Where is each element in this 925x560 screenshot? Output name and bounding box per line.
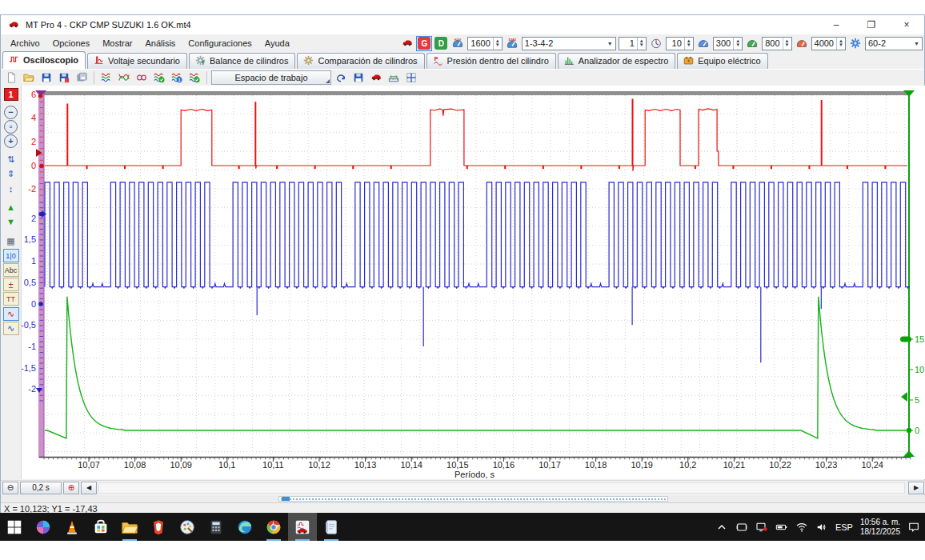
idle-rpm-gauge-icon[interactable] xyxy=(696,37,711,50)
new-file-button[interactable] xyxy=(3,70,19,85)
firing-order-dropdown[interactable]: 1-3-4-2▼ xyxy=(522,37,616,50)
main-area: 1−▫+⇅⇕↕▲▼▦1|0Abc±TT∿∿ 10,0710,0810,0910,… xyxy=(1,86,925,479)
tray-notification-icon[interactable] xyxy=(907,521,920,534)
menu-opciones[interactable]: Opciones xyxy=(46,36,96,50)
logic-view-button[interactable]: 1|0 xyxy=(3,249,19,262)
trigger-wheel-icon[interactable] xyxy=(848,37,863,50)
tab-presion-dentro-del-cilindro[interactable]: PPresión dentro del cilindro xyxy=(426,53,556,69)
toolbar-separator xyxy=(94,71,94,84)
scrollbar-thumb[interactable] xyxy=(282,497,290,501)
pan-left-button[interactable]: ◀ xyxy=(81,482,97,494)
cylinder-count-spinner[interactable]: 1▲▼ xyxy=(619,37,647,50)
taskbar-chrome-icon[interactable] xyxy=(259,513,288,541)
overlay-view-button[interactable]: ∿ xyxy=(3,322,19,335)
tray-wifi-icon[interactable] xyxy=(795,521,808,534)
time-marks-button[interactable]: TT xyxy=(3,292,19,306)
gasoline-mode-button[interactable]: G xyxy=(417,37,431,50)
tab-equipo-electrico[interactable]: ±Equipo eléctrico xyxy=(677,53,767,69)
mid-rpm-gauge-icon[interactable] xyxy=(745,37,759,50)
car-button[interactable] xyxy=(368,70,384,85)
time-scroll-track[interactable] xyxy=(98,482,905,494)
menu-archivo[interactable]: Archivo xyxy=(4,36,46,50)
taskbar-start-icon[interactable] xyxy=(0,513,29,541)
rpm-spinner[interactable]: 1600▲▼ xyxy=(467,37,502,50)
ruler-button[interactable] xyxy=(386,70,402,85)
workspace-button[interactable]: Espacio de trabajo xyxy=(211,70,331,85)
waves-ok-button-3[interactable] xyxy=(151,70,167,85)
taskbar-notepad-icon[interactable] xyxy=(317,513,346,541)
tab-comparacion-de-cilindros[interactable]: Comparación de cilindros xyxy=(297,53,424,69)
smoothing-icon[interactable] xyxy=(649,37,663,50)
fit-button[interactable] xyxy=(403,70,419,85)
taskbar-calculator-icon[interactable] xyxy=(202,513,230,541)
app-logo-car-icon xyxy=(6,18,21,32)
tray-tablet-mode-icon[interactable] xyxy=(735,521,748,534)
high-rpm-gauge-icon[interactable] xyxy=(795,37,809,50)
idle-rpm-spinner[interactable]: 300▲▼ xyxy=(713,37,743,50)
save-small-button[interactable] xyxy=(350,70,366,85)
taskbar-mt-pro-icon[interactable] xyxy=(288,513,317,541)
language-indicator[interactable]: ESP xyxy=(835,522,853,532)
loops-button-2[interactable] xyxy=(134,70,150,85)
tray-chevron-up-icon[interactable] xyxy=(715,521,728,534)
tab-osciloscopio[interactable]: Osciloscopio xyxy=(2,51,86,69)
labels-button[interactable]: Abc xyxy=(3,263,19,277)
scale-expand-button[interactable]: ⇕ xyxy=(3,167,19,181)
smoothing-spinner[interactable]: 10▲▼ xyxy=(666,37,694,50)
waves-one-button-4[interactable]: 1 xyxy=(169,70,185,85)
save-copy-button[interactable] xyxy=(74,70,90,85)
shift-down-button[interactable]: ▼ xyxy=(3,214,19,228)
time-zoom-out-button[interactable]: ⊖ xyxy=(2,482,18,494)
close-button[interactable]: × xyxy=(889,15,924,34)
rpm-gauge-icon[interactable]: RPM xyxy=(450,37,465,50)
tray-volume-icon[interactable] xyxy=(815,521,828,534)
overview-scrollbar[interactable] xyxy=(278,496,668,502)
pan-right-button[interactable]: ▶ xyxy=(908,482,924,494)
menu-mostrar[interactable]: Mostrar xyxy=(96,36,138,50)
save-as-button[interactable] xyxy=(56,70,72,85)
trigger-wheel-dropdown[interactable]: 60-2▼ xyxy=(865,37,923,50)
waves-cross-button-1[interactable] xyxy=(116,70,132,85)
waveform-view-button[interactable]: ∿ xyxy=(3,307,19,321)
clock[interactable]: 10:56 a. m.18/12/2025 xyxy=(860,518,900,537)
tab-voltaje-secundario[interactable]: Voltaje secundario xyxy=(87,53,187,69)
taskbar-vlc-icon[interactable] xyxy=(58,513,86,541)
tray-battery-icon[interactable] xyxy=(775,521,788,534)
taskbar-file-explorer-icon[interactable] xyxy=(115,513,144,541)
zoom-reset-button[interactable]: ▫ xyxy=(4,120,18,134)
waves-button-0[interactable] xyxy=(98,70,114,85)
waveform-canvas[interactable]: 10,0710,0810,0910,110,1110,1210,1310,141… xyxy=(22,86,925,479)
tab-balance-de-cilindros[interactable]: Balance de cilindros xyxy=(189,53,295,69)
waves-ok-button-5[interactable] xyxy=(186,70,202,85)
shift-up-button[interactable]: ▲ xyxy=(3,200,19,214)
minimize-button[interactable]: – xyxy=(819,15,854,34)
tray-display-notify-icon[interactable] xyxy=(755,521,768,534)
restore-button[interactable]: ❐ xyxy=(854,15,889,34)
open-file-button[interactable] xyxy=(21,70,37,85)
mid-rpm-spinner[interactable]: 800▲▼ xyxy=(762,37,791,50)
menu-analisis[interactable]: Análisis xyxy=(138,36,182,50)
svg-text:10,12: 10,12 xyxy=(308,460,330,470)
taskbar-paint-icon[interactable] xyxy=(173,513,202,541)
save-file-button[interactable] xyxy=(38,70,54,85)
menu-configuraciones[interactable]: Configuraciones xyxy=(182,36,258,50)
tab-analizador-de-espectro[interactable]: Analizador de espectro xyxy=(558,53,676,69)
zoom-out-button[interactable]: − xyxy=(4,106,18,119)
levels-button[interactable]: ± xyxy=(3,278,19,291)
taskbar-brave-icon[interactable] xyxy=(144,513,173,541)
grid-toggle-button[interactable]: ▦ xyxy=(3,234,19,248)
time-marker-button[interactable]: ⊕ xyxy=(63,482,79,494)
scale-stretch-button[interactable]: ⇅ xyxy=(3,153,19,166)
taskbar-store-icon[interactable] xyxy=(86,513,115,541)
high-rpm-spinner[interactable]: 4000▲▼ xyxy=(811,37,846,50)
oscilloscope-plot[interactable]: 10,0710,0810,0910,110,1110,1210,1310,141… xyxy=(22,86,925,479)
undo-button[interactable] xyxy=(333,70,349,85)
vehicle-menu-icon[interactable] xyxy=(400,37,414,50)
zoom-in-button[interactable]: + xyxy=(4,134,18,148)
scale-compress-button[interactable]: ↕ xyxy=(3,182,19,195)
firing-order-icon[interactable]: 1342 xyxy=(505,37,519,50)
diesel-mode-button[interactable]: D xyxy=(434,37,448,50)
taskbar-copilot-icon[interactable] xyxy=(29,513,58,541)
taskbar-edge-icon[interactable] xyxy=(230,513,259,541)
menu-ayuda[interactable]: Ayuda xyxy=(258,36,296,50)
